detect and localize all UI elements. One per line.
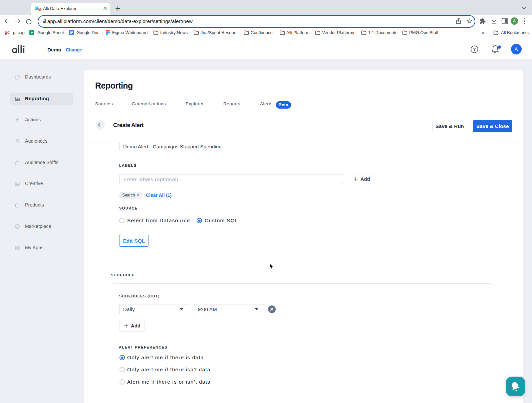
svg-text:?: ?: [473, 47, 476, 52]
